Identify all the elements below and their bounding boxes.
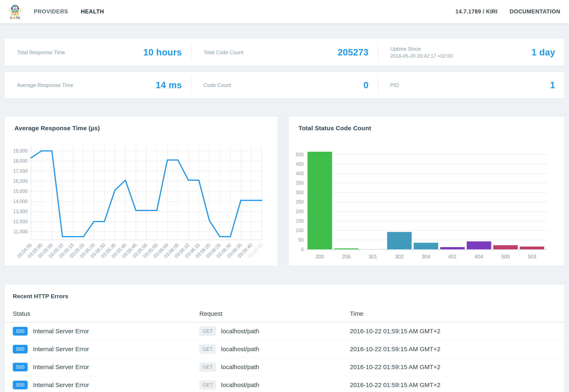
svg-text:100: 100 (296, 228, 304, 233)
svg-text:401: 401 (448, 254, 457, 259)
stat-uptime-since: Uptime Since 2018-05-20 20:42:17 +02:00 … (378, 39, 565, 66)
error-time: 2016-10-22 01:59:15 AM GMT+2 (350, 381, 565, 389)
bar-401 (440, 247, 465, 249)
gridlines (31, 145, 262, 240)
svg-text:18,000: 18,000 (13, 158, 28, 164)
svg-text:302: 302 (395, 254, 404, 259)
table-row: 500 Internal Server Error GET localhost/… (4, 358, 565, 376)
svg-text:500: 500 (296, 152, 304, 157)
http-method-badge: GET (199, 362, 216, 372)
bar-500 (493, 245, 518, 249)
stat-average-response-time: Average Response Time 14 ms (4, 72, 191, 98)
bar-302 (387, 232, 412, 249)
y-axis-labels: 11,00012,00013,00014,00015,00016,00017,0… (13, 148, 31, 234)
svg-text:503: 503 (528, 254, 536, 259)
status-code-bars (308, 152, 544, 249)
bar-404 (467, 241, 491, 249)
bar-200 (308, 152, 332, 249)
stat-value: 0 (363, 80, 369, 90)
stat-label: PID (390, 82, 399, 88)
request-path: localhost/path (221, 346, 259, 353)
nav-right: 14.7.1789 / KIRI DOCUMENTATION (455, 8, 560, 15)
y-axis-labels: 050100150200250300350400450500 (296, 152, 304, 252)
stat-label: Total Response Time (17, 49, 65, 56)
column-header-time: Time (350, 310, 565, 317)
svg-text:301: 301 (369, 254, 377, 259)
stat-value: 205273 (338, 47, 369, 57)
status-text: Internal Server Error (33, 364, 89, 371)
charts-row: Average Response Time (µs) 11,00012,0001… (4, 116, 565, 266)
nav-item-health[interactable]: HEALTH (81, 8, 104, 15)
errors-table: Status Request Time 500 Internal Server … (4, 306, 565, 392)
status-code-badge: 500 (13, 327, 28, 336)
table-row: 500 Internal Server Error GET localhost/… (4, 376, 565, 392)
stats-row-1: Total Response Time 10 hours Total Code … (4, 39, 565, 66)
svg-text:200: 200 (315, 254, 324, 259)
traefik-health-dashboard: træfik PROVIDERS HEALTH 14.7.1789 / KIRI… (0, 0, 569, 392)
svg-text:350: 350 (296, 180, 304, 186)
status-code-badge: 500 (13, 363, 28, 371)
status-text: Internal Server Error (33, 346, 89, 353)
stat-label: Average Response Time (17, 82, 73, 88)
traefik-logo[interactable]: træfik (6, 3, 24, 20)
brand-name: træfik (10, 15, 20, 20)
http-method-badge: GET (199, 344, 216, 354)
gridlines (307, 154, 548, 252)
stats-row-2: Average Response Time 14 ms Code Count 0… (4, 72, 565, 98)
column-header-request: Request (199, 310, 350, 317)
bar-206 (334, 248, 359, 249)
stat-value: 10 hours (143, 47, 182, 57)
stat-label: Total Code Count (203, 49, 243, 56)
stat-code-count: Code Count 0 (191, 72, 378, 98)
svg-text:150: 150 (296, 218, 304, 224)
top-nav: træfik PROVIDERS HEALTH 14.7.1789 / KIRI… (0, 0, 569, 23)
table-row: 500 Internal Server Error GET localhost/… (4, 322, 565, 340)
svg-text:400: 400 (296, 171, 304, 176)
svg-text:16,000: 16,000 (13, 179, 28, 184)
svg-text:0: 0 (301, 247, 304, 252)
nav-item-providers[interactable]: PROVIDERS (34, 8, 68, 15)
svg-text:17,000: 17,000 (13, 168, 28, 174)
status-code-chart-card: Total Status Code Count 0501001502002503… (289, 116, 565, 266)
column-header-status: Status (13, 310, 199, 317)
svg-text:14,000: 14,000 (13, 199, 28, 204)
status-code-badge: 500 (13, 345, 28, 353)
svg-text:12,000: 12,000 (13, 219, 28, 224)
stat-value: 1 (550, 80, 555, 90)
svg-text:500: 500 (501, 254, 510, 259)
bar-304 (414, 243, 438, 249)
status-text: Internal Server Error (33, 328, 89, 335)
svg-text:200: 200 (296, 209, 304, 214)
chart-title: Average Response Time (µs) (4, 125, 278, 132)
svg-text:304: 304 (422, 254, 430, 259)
bar-503 (520, 247, 544, 249)
stat-total-response-time: Total Response Time 10 hours (4, 39, 191, 66)
svg-text:250: 250 (296, 199, 304, 205)
status-code-bar-chart: 0501001502002503003504004505002002063013… (289, 135, 565, 267)
uptime-timestamp: 2018-05-20 20:42:17 +02:00 (390, 53, 453, 59)
request-path: localhost/path (221, 381, 259, 389)
table-row: 500 Internal Server Error GET localhost/… (4, 340, 565, 358)
errors-table-title: Recent HTTP Errors (4, 293, 565, 300)
http-method-badge: GET (199, 326, 216, 336)
version-label: 14.7.1789 / KIRI (455, 8, 498, 15)
traefik-gopher-icon (9, 3, 21, 16)
status-text: Internal Server Error (33, 381, 89, 389)
documentation-link[interactable]: DOCUMENTATION (510, 8, 560, 15)
svg-text:15,000: 15,000 (13, 189, 28, 194)
http-method-badge: GET (199, 380, 216, 390)
error-time: 2016-10-22 01:59:15 AM GMT+2 (350, 328, 565, 335)
stat-label: Code Count (203, 82, 231, 88)
stat-label: Uptime Since (390, 46, 453, 52)
svg-text:50: 50 (298, 237, 304, 243)
status-code-badge: 500 (13, 381, 28, 389)
stat-value: 1 day (531, 47, 555, 57)
x-axis-labels: 03:04:5503:05:0003:05:0503:05:1003:05:15… (16, 242, 264, 259)
request-path: localhost/path (221, 328, 259, 335)
errors-table-header: Status Request Time (4, 306, 565, 322)
response-time-chart-card: Average Response Time (µs) 11,00012,0001… (4, 116, 278, 266)
nav-links: PROVIDERS HEALTH (34, 8, 104, 15)
svg-text:300: 300 (296, 190, 304, 195)
error-time: 2016-10-22 01:59:15 AM GMT+2 (350, 346, 565, 353)
svg-text:404: 404 (475, 254, 483, 259)
